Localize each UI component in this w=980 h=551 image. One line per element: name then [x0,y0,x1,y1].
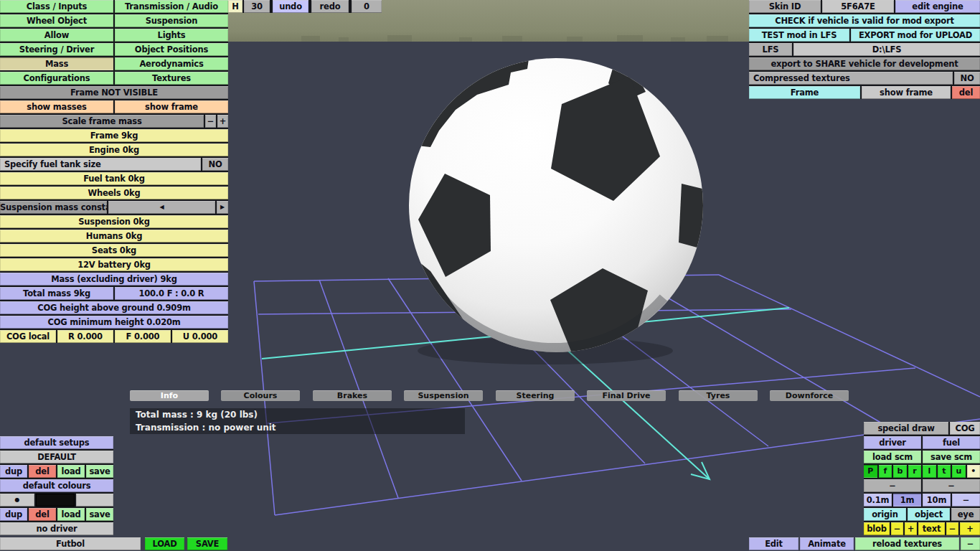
fuel-button[interactable]: fuel [923,436,980,449]
suspension-mass-constant-slider[interactable]: Suspension mass constant 0.000 [0,201,107,214]
cog-u-field[interactable]: U 0.000 [172,330,228,343]
tab-brakes[interactable]: Brakes [313,390,392,401]
load-vehicle-button[interactable]: LOAD [145,537,184,550]
helmet-toggle-button[interactable]: H [228,0,242,13]
grid-10m-button[interactable]: 10m [923,494,951,507]
draw-p-toggle[interactable]: P [864,465,877,478]
nav-aerodynamics-button[interactable]: Aerodynamics [115,57,228,70]
colour-swatch[interactable] [36,494,75,507]
tab-downforce[interactable]: Downforce [770,390,849,401]
skin-id-value[interactable]: 5F6A7E [822,0,894,13]
tab-suspension[interactable]: Suspension [404,390,483,401]
soccer-ball[interactable] [398,44,715,354]
scale-minus-button[interactable]: − [205,115,216,128]
setup-load-button[interactable]: load [57,465,85,478]
load-scm-button[interactable]: load scm [864,451,921,463]
compressed-textures-toggle[interactable]: NO [954,72,980,85]
history-value-button[interactable]: 30 [244,0,270,13]
no-driver-button[interactable]: no driver [0,522,113,535]
susp-const-right-arrow[interactable]: ▶ [217,201,228,214]
nav-transmission-audio-button[interactable]: Transmission / Audio [115,0,228,13]
setup-dup-button[interactable]: dup [0,465,27,478]
eye-button[interactable]: eye [951,508,980,521]
grid-1m-button[interactable]: 1m [893,494,921,507]
edit-mode-button[interactable]: Edit [749,537,798,550]
colour-del-button[interactable]: del [29,508,56,521]
nav-class-inputs-button[interactable]: Class / Inputs [0,0,113,13]
text-plus-button[interactable]: + [960,522,980,535]
draw-t-toggle[interactable]: t [938,465,951,478]
check-vehicle-button[interactable]: CHECK if vehicle is valid for mod export [749,14,980,27]
text-minus-button[interactable]: − [946,522,958,535]
draw-u-toggle[interactable]: u [952,465,966,478]
redo-button[interactable]: redo [311,0,349,13]
dash-right-button[interactable]: − [923,479,980,492]
grid-dash-button[interactable]: − [952,494,980,507]
colour-dup-button[interactable]: dup [0,508,27,521]
susp-const-left-arrow[interactable]: ◀ [108,201,215,214]
special-draw-button[interactable]: special draw [864,422,948,435]
lfs-path-value[interactable]: D:\LFS [793,43,980,56]
scale-plus-button[interactable]: + [217,115,228,128]
colour-spare-button[interactable] [76,494,113,507]
save-scm-button[interactable]: save scm [923,451,980,463]
tab-colours[interactable]: Colours [221,390,300,401]
origin-button[interactable]: origin [864,508,906,521]
tab-tyres[interactable]: Tyres [679,390,758,401]
grid-01m-button[interactable]: 0.1m [864,494,892,507]
object-button[interactable]: object [908,508,950,521]
show-frame-button[interactable]: show frame [115,100,228,113]
colour-save-button[interactable]: save [86,508,113,521]
blob-plus-button[interactable]: + [905,522,917,535]
default-colours-button[interactable]: default colours [0,479,113,492]
tab-steering[interactable]: Steering [496,390,575,401]
redo-count-button[interactable]: 0 [352,0,382,13]
draw-b-toggle[interactable]: b [893,465,907,478]
nav-steering-driver-button[interactable]: Steering / Driver [0,43,113,56]
export-mod-button[interactable]: EXPORT mod for UPLOAD [851,29,980,42]
save-vehicle-button[interactable]: SAVE [187,537,227,550]
driver-button[interactable]: driver [864,436,921,449]
blob-button[interactable]: blob [864,522,890,535]
nav-configurations-button[interactable]: Configurations [0,72,113,85]
draw-l-toggle[interactable]: l [923,465,936,478]
frame-tab-button[interactable]: Frame [749,86,860,99]
nav-lights-button[interactable]: Lights [115,29,228,42]
nav-wheel-object-button[interactable]: Wheel Object [0,14,113,27]
reload-textures-button[interactable]: reload textures [855,537,959,550]
undo-button[interactable]: undo [273,0,308,13]
blob-minus-button[interactable]: − [891,522,903,535]
text-button[interactable]: text [918,522,945,535]
reload-dash-button[interactable]: − [961,537,980,550]
vehicle-name-button[interactable]: Futbol [0,537,141,550]
nav-suspension-button[interactable]: Suspension [115,14,228,27]
frame-del-button[interactable]: del [952,86,980,99]
draw-r-toggle[interactable]: r [908,465,922,478]
dash-left-button[interactable]: − [864,479,921,492]
nav-mass-button[interactable]: Mass [0,57,113,70]
cog-button[interactable]: COG [950,422,980,435]
tab-final-drive[interactable]: Final Drive [587,390,666,401]
draw-f-toggle[interactable]: f [879,465,892,478]
engine-mass-row: Engine 0kg [0,143,228,156]
animate-mode-button[interactable]: Animate [800,537,854,550]
setup-name-button[interactable]: DEFAULT [0,451,113,463]
export-share-button[interactable]: export to SHARE vehicle for development [749,57,980,70]
draw-dot-toggle[interactable]: • [967,465,980,478]
show-frame-right-button[interactable]: show frame [862,86,951,99]
default-setups-button[interactable]: default setups [0,436,113,449]
cog-r-field[interactable]: R 0.000 [57,330,113,343]
tab-info[interactable]: Info [130,390,209,401]
colour-dot-button[interactable]: ● [0,494,34,507]
test-mod-button[interactable]: TEST mod in LFS [749,29,849,42]
colour-load-button[interactable]: load [57,508,85,521]
nav-textures-button[interactable]: Textures [115,72,228,85]
edit-engine-button[interactable]: edit engine [895,0,980,13]
nav-allow-button[interactable]: Allow [0,29,113,42]
show-masses-button[interactable]: show masses [0,100,113,113]
setup-save-button[interactable]: save [86,465,113,478]
nav-object-positions-button[interactable]: Object Positions [115,43,228,56]
cog-f-field[interactable]: F 0.000 [115,330,171,343]
specify-fuel-tank-toggle[interactable]: NO [202,158,228,171]
setup-del-button[interactable]: del [29,465,56,478]
